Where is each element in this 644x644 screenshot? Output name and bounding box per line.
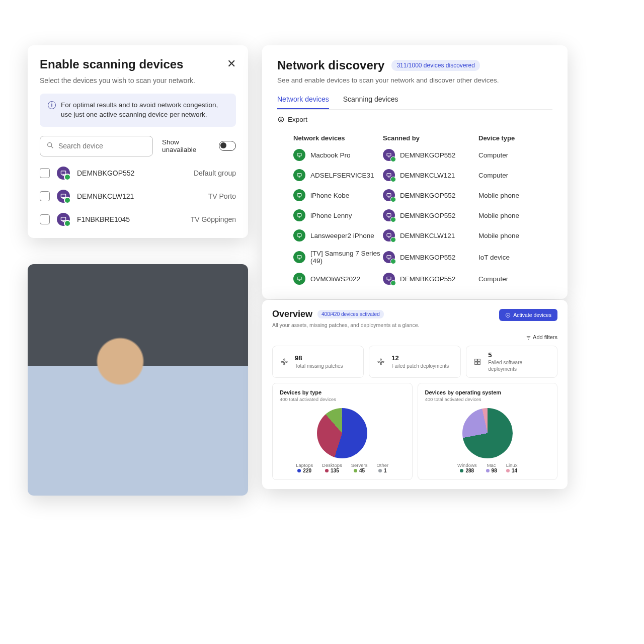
legend-value: 135 bbox=[322, 468, 342, 473]
table-row[interactable]: [TV] Samsung 7 Series (49)DEMNBKGOP552Io… bbox=[277, 246, 552, 269]
chart-devices-by-type: Devices by type 400 total activated devi… bbox=[272, 383, 413, 480]
stat-icon bbox=[279, 356, 290, 367]
stat-icon bbox=[472, 356, 484, 367]
legend-item: Windows288 bbox=[457, 462, 477, 473]
legend-value: 98 bbox=[486, 468, 497, 473]
legend-label: Linux bbox=[506, 462, 518, 468]
svg-point-30 bbox=[383, 361, 384, 363]
table-row[interactable]: Lansweeper2 iPhoneDEMNBKCLW121Mobile pho… bbox=[277, 225, 552, 246]
scan-subtitle: Select the devices you wish to scan your… bbox=[40, 76, 236, 85]
chart-devices-by-os: Devices by operating system 400 total ac… bbox=[418, 383, 558, 480]
svg-point-22 bbox=[284, 359, 285, 360]
legend-label: Desktops bbox=[322, 462, 342, 468]
pie-chart-type bbox=[317, 408, 367, 458]
tab-network-devices[interactable]: Network devices bbox=[277, 95, 329, 109]
activated-badge: 400/420 devices activated bbox=[317, 310, 384, 318]
table-row[interactable]: iPhone KobeDEMNBKGOP552Mobile phone bbox=[277, 185, 552, 205]
device-group: TV Göppingen bbox=[191, 215, 236, 223]
svg-point-27 bbox=[380, 359, 382, 360]
device-icon bbox=[57, 190, 70, 203]
tab-scanning-devices[interactable]: Scanning devices bbox=[343, 95, 398, 109]
svg-point-21 bbox=[283, 361, 285, 363]
device-item[interactable]: F1NBKBRE1045TV Göppingen bbox=[40, 213, 236, 226]
table-header: Network devices Scanned by Device type bbox=[277, 131, 552, 145]
svg-rect-17 bbox=[387, 256, 391, 259]
add-filters-button[interactable]: Add filters bbox=[272, 334, 557, 341]
info-banner: i For optimal results and to avoid netwo… bbox=[40, 94, 236, 127]
device-icon bbox=[57, 167, 70, 180]
legend-label: Windows bbox=[457, 462, 477, 468]
legend-item: Linux14 bbox=[506, 462, 518, 473]
svg-point-29 bbox=[378, 361, 379, 363]
show-unavailable-toggle[interactable]: Show unavailable bbox=[162, 138, 236, 153]
scanner-icon bbox=[383, 169, 395, 181]
svg-point-25 bbox=[286, 361, 287, 363]
device-type: Computer bbox=[478, 172, 552, 179]
scanner-icon bbox=[383, 149, 395, 161]
svg-rect-32 bbox=[478, 359, 480, 362]
scanner-icon bbox=[383, 273, 395, 285]
stat-label: Failed patch deployments bbox=[391, 363, 449, 369]
ov-subtitle: All your assets, missing patches, and de… bbox=[272, 322, 419, 328]
table-row[interactable]: iPhone LennyDEMNBKGOP552Mobile phone bbox=[277, 205, 552, 225]
device-icon bbox=[293, 229, 305, 242]
svg-rect-19 bbox=[387, 277, 391, 280]
stat-label: Failed software deployments bbox=[488, 359, 551, 372]
svg-rect-34 bbox=[478, 362, 480, 365]
toggle-icon[interactable] bbox=[219, 141, 236, 151]
checkbox[interactable] bbox=[40, 191, 50, 201]
legend-value: 220 bbox=[296, 468, 313, 473]
device-name: ADSELFSERVICE31 bbox=[310, 172, 374, 179]
export-button[interactable]: Export bbox=[277, 116, 552, 123]
device-icon bbox=[293, 169, 305, 181]
device-item[interactable]: DEMNBKGOP552Default group bbox=[40, 167, 236, 180]
ov-title: Overview bbox=[272, 309, 312, 319]
stat-number: 12 bbox=[391, 354, 449, 363]
search-input[interactable] bbox=[58, 142, 146, 150]
svg-rect-12 bbox=[297, 214, 301, 217]
chart1-title: Devices by type bbox=[280, 389, 405, 395]
th-device-type: Device type bbox=[478, 134, 552, 142]
device-type: Mobile phone bbox=[478, 212, 552, 219]
legend-label: Other bbox=[376, 462, 388, 468]
device-name: [TV] Samsung 7 Series (49) bbox=[310, 250, 383, 265]
scanner-name: DEMNBKGOP552 bbox=[400, 254, 455, 261]
net-title: Network discovery bbox=[277, 58, 384, 72]
legend-label: Mac bbox=[486, 462, 497, 468]
svg-rect-13 bbox=[387, 214, 391, 217]
activate-devices-button[interactable]: Activate devices bbox=[499, 309, 557, 321]
svg-line-1 bbox=[51, 146, 53, 148]
search-input-wrap[interactable] bbox=[40, 136, 153, 156]
table-row[interactable]: ADSELFSERVICE31DEMNBKCLW121Computer bbox=[277, 165, 552, 185]
legend-label: Laptops bbox=[296, 462, 313, 468]
scanner-icon bbox=[383, 251, 395, 263]
device-item[interactable]: DEMNBKCLW121TV Porto bbox=[40, 190, 236, 203]
svg-rect-9 bbox=[387, 174, 391, 177]
scanner-icon bbox=[383, 189, 395, 201]
stat-box[interactable]: 5Failed software deployments bbox=[466, 346, 557, 378]
stat-number: 5 bbox=[488, 351, 551, 360]
stat-box[interactable]: 12Failed patch deployments bbox=[369, 346, 460, 378]
svg-point-23 bbox=[284, 363, 285, 365]
device-name: F1NBKBRE1045 bbox=[77, 215, 184, 223]
stat-label: Total missing patches bbox=[295, 363, 343, 369]
stat-box[interactable]: 98Total missing patches bbox=[272, 346, 364, 378]
scan-title: Enable scanning devices bbox=[40, 57, 183, 71]
legend-item: Desktops135 bbox=[322, 462, 342, 473]
device-group: Default group bbox=[194, 169, 236, 177]
svg-point-0 bbox=[48, 142, 52, 146]
close-icon[interactable]: ✕ bbox=[227, 57, 236, 70]
export-icon bbox=[277, 116, 285, 123]
discovered-badge: 311/1000 devices discovered bbox=[391, 60, 479, 71]
info-text: For optimal results and to avoid network… bbox=[61, 101, 228, 120]
checkbox[interactable] bbox=[40, 214, 50, 224]
chart1-sub: 400 total activated devices bbox=[280, 396, 405, 402]
table-row[interactable]: Macbook ProDEMNBKGOP552Computer bbox=[277, 145, 552, 165]
table-row[interactable]: OVMOliWS2022DEMNBKGOP552Computer bbox=[277, 269, 552, 289]
checkbox[interactable] bbox=[40, 168, 50, 178]
device-type: IoT device bbox=[478, 254, 552, 261]
network-discovery-card: Network discovery 311/1000 devices disco… bbox=[262, 45, 568, 299]
device-icon bbox=[293, 209, 305, 221]
stat-icon bbox=[375, 356, 386, 367]
device-group: TV Porto bbox=[208, 192, 236, 200]
